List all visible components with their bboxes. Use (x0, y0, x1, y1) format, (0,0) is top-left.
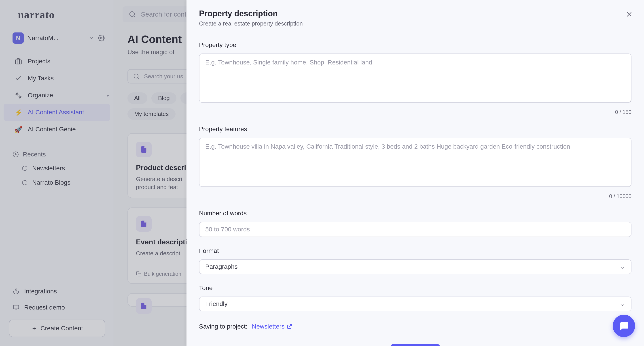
svg-line-17 (289, 324, 292, 327)
chevron-down-icon: ⌄ (620, 301, 625, 307)
select-tone[interactable]: Friendly ⌄ (199, 296, 632, 311)
counter-property-type: 0 / 150 (199, 109, 632, 115)
saving-project-link[interactable]: Newsletters (252, 323, 292, 330)
counter-property-features: 0 / 10000 (199, 193, 632, 199)
panel-title: Property description (199, 9, 632, 18)
select-value: Paragraphs (205, 263, 238, 270)
select-format[interactable]: Paragraphs ⌄ (199, 259, 632, 274)
chevron-down-icon: ⌄ (620, 264, 625, 270)
generate-row: Generate (199, 344, 632, 346)
chat-icon (618, 320, 629, 331)
label-word-count: Number of words (199, 210, 632, 217)
label-property-features: Property features (199, 126, 632, 133)
property-description-panel: Property description Create a real estat… (186, 0, 644, 346)
panel-body: Property type 0 / 150 Property features … (186, 34, 644, 346)
panel-header: Property description Create a real estat… (186, 0, 644, 34)
input-property-type[interactable] (199, 54, 632, 103)
generate-button[interactable]: Generate (390, 344, 440, 346)
external-link-icon (287, 324, 292, 329)
input-property-features[interactable] (199, 138, 632, 187)
close-icon[interactable] (625, 10, 633, 18)
input-word-count[interactable] (199, 222, 632, 237)
label-property-type: Property type (199, 41, 632, 49)
saving-label: Saving to project: (199, 323, 247, 330)
panel-subtitle: Create a real estate property descriptio… (199, 20, 632, 27)
label-format: Format (199, 247, 632, 254)
project-name: Newsletters (252, 323, 284, 330)
intercom-launcher[interactable] (613, 315, 635, 337)
saving-to-project: Saving to project: Newsletters (199, 323, 632, 330)
label-tone: Tone (199, 284, 632, 292)
select-value: Friendly (205, 300, 228, 307)
